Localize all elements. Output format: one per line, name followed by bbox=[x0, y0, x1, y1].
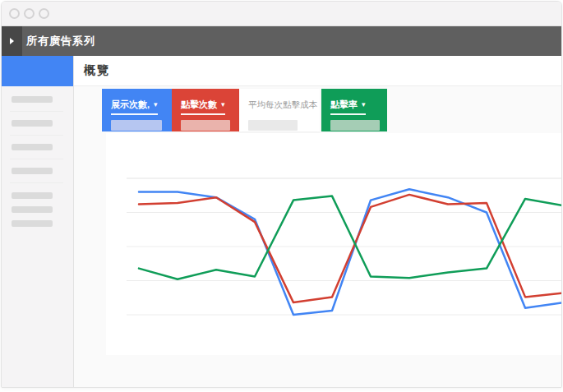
chevron-down-icon[interactable]: ▾ bbox=[221, 100, 225, 108]
sidebar-subitem-placeholder-3[interactable] bbox=[12, 220, 53, 227]
window-close-button[interactable] bbox=[9, 8, 20, 19]
sidebar bbox=[2, 56, 74, 387]
metric-card-avg-cpc[interactable]: 平均每次點擊成本 bbox=[239, 89, 320, 131]
sidebar-item-placeholder-2[interactable] bbox=[12, 120, 53, 127]
metric-card-header: 點擊次數▾ bbox=[181, 96, 225, 115]
header-title: 所有廣告系列 bbox=[26, 34, 95, 48]
metric-card-header: 展示次數,▾ bbox=[111, 96, 158, 115]
chevron-down-icon[interactable]: ▾ bbox=[362, 100, 366, 108]
window-zoom-button[interactable] bbox=[39, 8, 49, 19]
metric-value-placeholder bbox=[181, 120, 230, 131]
metric-cards-row: 展示次數,▾ 點擊次數▾ 平均每次點擊成本 bbox=[102, 89, 387, 131]
metric-card-label: 平均每次點擊成本 bbox=[248, 99, 317, 109]
sidebar-divider bbox=[10, 135, 63, 136]
metric-value-placeholder bbox=[111, 120, 162, 131]
browser-titlebar bbox=[2, 2, 561, 26]
page-title: 概覽 bbox=[84, 63, 110, 78]
window-minimize-button[interactable] bbox=[24, 8, 35, 19]
menu-expand-button[interactable] bbox=[2, 26, 22, 56]
sidebar-nav bbox=[2, 86, 73, 227]
sidebar-divider bbox=[10, 159, 63, 159]
sidebar-divider bbox=[10, 182, 63, 183]
metric-card-label: 點擊次數 bbox=[181, 99, 217, 109]
main-layout: 概覽 展示次數,▾ 點擊次數▾ 平均每次點擊成本 bbox=[2, 56, 561, 387]
chart-panel bbox=[106, 133, 561, 355]
app-header: 所有廣告系列 bbox=[2, 26, 561, 56]
metric-card-header: 平均每次點擊成本 bbox=[248, 96, 317, 113]
chevron-right-icon bbox=[10, 38, 14, 44]
metric-value-placeholder bbox=[248, 120, 298, 131]
metric-card-label: 點擊率 bbox=[330, 99, 358, 109]
metric-card-header: 點擊率▾ bbox=[330, 96, 366, 115]
sidebar-subitem-placeholder-1[interactable] bbox=[12, 192, 53, 199]
sidebar-item-placeholder-3[interactable] bbox=[12, 144, 53, 150]
sidebar-divider bbox=[10, 111, 63, 112]
metric-card-label: 展示次數, bbox=[111, 99, 150, 109]
sidebar-item-placeholder-4[interactable] bbox=[12, 168, 53, 174]
sidebar-subitem-placeholder-2[interactable] bbox=[12, 206, 53, 213]
metric-card-ctr[interactable]: 點擊率▾ bbox=[321, 89, 387, 131]
metric-card-clicks[interactable]: 點擊次數▾ bbox=[172, 89, 239, 131]
page-titlebar: 概覽 bbox=[74, 56, 561, 86]
main-content: 概覽 展示次數,▾ 點擊次數▾ 平均每次點擊成本 bbox=[74, 56, 561, 387]
metric-value-placeholder bbox=[330, 120, 380, 131]
sidebar-selected-item[interactable] bbox=[2, 56, 73, 86]
sidebar-item-placeholder-1[interactable] bbox=[12, 96, 53, 103]
sidebar-subgroup bbox=[2, 192, 73, 227]
metric-card-impressions[interactable]: 展示次數,▾ bbox=[102, 89, 172, 131]
app-window: 所有廣告系列 概覽 bbox=[1, 1, 562, 388]
chevron-down-icon[interactable]: ▾ bbox=[154, 100, 158, 108]
overview-line-chart bbox=[106, 133, 561, 355]
